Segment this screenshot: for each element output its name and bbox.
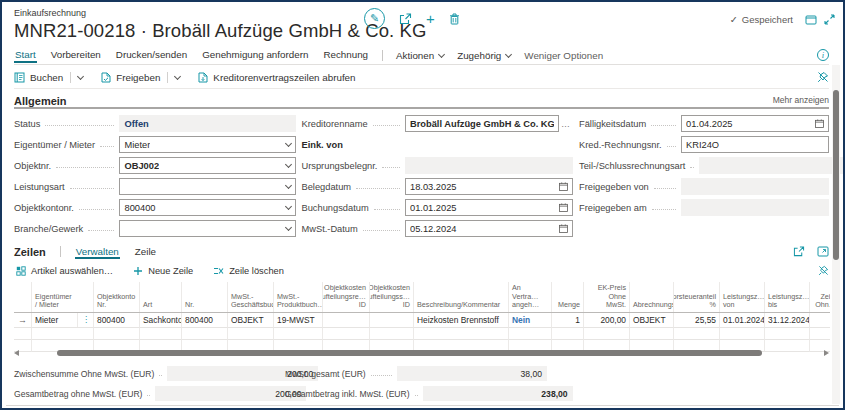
lookup-ellipsis-button[interactable]: … (559, 119, 573, 129)
column-header[interactable]: Leistungsz… bis (765, 282, 810, 312)
trash-icon[interactable] (449, 8, 460, 29)
freigeben-button[interactable]: Freigeben (101, 72, 180, 83)
mehr-anzeigen-link[interactable]: Mehr anzeigen (773, 95, 829, 107)
artikel-auswaehlen-button[interactable]: Artikel auswählen… (16, 266, 113, 276)
column-header[interactable]: MwSt.- Produktbuch… (274, 282, 323, 312)
row-selector-cell[interactable]: → (14, 313, 32, 328)
popout-window-icon[interactable] (805, 14, 817, 25)
tab-rechnung[interactable]: Rechnung (322, 47, 369, 63)
expand-icon[interactable] (817, 246, 829, 257)
cell-nr[interactable]: 800400 (182, 313, 228, 328)
buchungsdatum-input[interactable]: 01.01.2025 (405, 199, 573, 216)
field-label: Belegdatum (301, 182, 351, 192)
info-icon[interactable]: i (817, 49, 829, 61)
kred-rechnungsnr-input[interactable]: KRI24O (681, 136, 829, 153)
neue-zeile-button[interactable]: Neue Zeile (133, 266, 193, 276)
tab-vorbereiten[interactable]: Vorbereiten (50, 47, 102, 63)
tab-genehmigung-anfordern[interactable]: Genehmigung anfordern (201, 47, 309, 63)
vertical-scrollbar-thumb[interactable] (833, 90, 839, 260)
column-header[interactable]: Vorsteueranteil % (674, 282, 720, 312)
cell-objektkonto-nr[interactable]: 800400 (94, 313, 140, 328)
column-header[interactable]: Nr. (182, 282, 228, 312)
tab-start[interactable]: Start (14, 47, 37, 63)
vertical-scrollbar[interactable] (832, 65, 840, 404)
objektkontonr-select[interactable]: 800400 (119, 199, 296, 216)
pin-off-icon[interactable] (817, 71, 829, 83)
cell-an-vertrag-angehaengt[interactable]: Nein (509, 313, 552, 328)
calendar-icon[interactable] (815, 119, 824, 128)
scroll-left-arrow-icon[interactable] (14, 350, 19, 356)
cell-vorsteueranteil[interactable]: 25,55 (674, 313, 720, 328)
cell-mwst-geschaeftsbuchung[interactable]: OBJEKT (228, 313, 274, 328)
belegdatum-input[interactable]: 18.03.2025 (405, 178, 573, 195)
cell-beschreibung[interactable]: Heizkosten Brennstoff (414, 313, 509, 328)
cell-art[interactable]: Sachkonto (140, 313, 182, 328)
cell-leistung-bis[interactable]: 31.12.2024 (765, 313, 810, 328)
dotted-leader (45, 125, 114, 126)
buchen-button[interactable]: Buchen (14, 72, 83, 83)
tab-drucken-senden[interactable]: Drucken/senden (115, 47, 188, 63)
column-header[interactable]: Objektkosten Aufteilungss… ID (370, 282, 414, 312)
calendar-icon[interactable] (559, 203, 568, 212)
row-options-icon[interactable]: ⋮ (77, 313, 90, 327)
kreditorenvertragszeilen-button[interactable]: Kreditorenvertragszeilen abrufen (198, 72, 355, 83)
cell-aufteilungsschema-id[interactable] (370, 313, 414, 328)
column-header[interactable]: Abrechnungs… (630, 282, 674, 312)
field-objektkontonr: Objektkontonr. 800400 (14, 199, 296, 216)
field-belegdatum: Belegdatum 18.03.2025 (301, 178, 573, 195)
chevron-down-icon[interactable] (174, 72, 181, 79)
section-title-zeilen[interactable]: Zeilen (14, 246, 46, 258)
column-header[interactable]: Eigentümer / Mieter (32, 282, 94, 312)
cell-leistung-von[interactable]: 01.01.2024 (720, 313, 765, 328)
menu-zugehoerig[interactable]: Zugehörig (457, 50, 511, 61)
section-title-allgemein[interactable]: Allgemein (14, 95, 67, 107)
eigentuemer-mieter-select[interactable]: Mieter (119, 136, 296, 153)
tab-zeile[interactable]: Zeile (134, 244, 157, 259)
calendar-icon[interactable] (559, 182, 568, 191)
cell-mwst-produktbuchung[interactable]: 19-MWST (274, 313, 323, 328)
mwst-datum-input[interactable]: 05.12.2024 (405, 220, 573, 237)
cell-abrechnung[interactable]: OBJEKT (630, 313, 674, 328)
column-header[interactable]: Menge (552, 282, 584, 312)
cell-menge[interactable]: 1 (552, 313, 584, 328)
table-row-empty (14, 328, 830, 340)
share-icon[interactable] (793, 246, 805, 257)
tab-verwalten[interactable]: Verwalten (75, 244, 120, 259)
column-header[interactable]: Objektkonto Nr. (94, 282, 140, 312)
dotted-leader (371, 375, 392, 376)
column-header[interactable]: EK-Preis Ohne MwSt. (584, 282, 630, 312)
column-header[interactable]: Art (140, 282, 182, 312)
fewer-options-link[interactable]: Weniger Optionen (524, 50, 603, 61)
ursprungsbelegnr-field (405, 157, 573, 174)
cell-aufteilungsregel-id[interactable] (323, 313, 370, 328)
cell-ek-preis[interactable]: 200,00 (584, 313, 630, 328)
kreditorenname-input[interactable]: Brobäll Aufzüge GmbH & Co. KG (405, 115, 559, 132)
edit-button[interactable]: ✎ (364, 8, 385, 29)
field-freigegeben-am: Freigegeben am (579, 199, 829, 216)
column-header[interactable]: Beschreibung/Kommentar (414, 282, 509, 312)
field-label: Freigegeben am (579, 203, 647, 213)
branche-gewerk-select[interactable] (119, 220, 296, 237)
menu-aktionen[interactable]: Aktionen (396, 50, 444, 61)
cell-zeile-ohne[interactable] (810, 313, 830, 328)
scroll-right-arrow-icon[interactable] (824, 350, 829, 356)
column-header[interactable]: Objektkosten Aufteilungsre… ID (323, 282, 370, 312)
horizontal-scrollbar-thumb[interactable] (57, 350, 762, 356)
objektnr-select[interactable]: OBJ002 (119, 157, 296, 174)
chevron-down-icon[interactable] (77, 72, 84, 79)
column-header[interactable]: Zeile Ohn… (810, 282, 830, 312)
column-header[interactable]: An Vertra… angeh… (509, 282, 552, 312)
faelligkeitsdatum-input[interactable]: 01.04.2025 (681, 115, 829, 132)
zeile-loeschen-button[interactable]: Zeile löschen (213, 266, 284, 276)
column-header[interactable]: MwSt.- Geschäftsbuc… (228, 282, 274, 312)
horizontal-scrollbar[interactable] (14, 349, 829, 358)
general-fields: Status Offen Eigentümer / Mieter Mieter … (14, 115, 829, 241)
cell-eigentuemer-mieter[interactable]: Mieter⋮ (32, 313, 94, 328)
share-icon[interactable] (399, 8, 412, 29)
column-header[interactable]: Leistungsz… von (720, 282, 765, 312)
pin-off-icon[interactable] (818, 265, 829, 276)
new-document-icon[interactable]: + (426, 8, 435, 29)
calendar-icon[interactable] (559, 224, 568, 233)
leistungsart-select[interactable] (119, 178, 296, 195)
collapse-expand-icon[interactable] (824, 14, 835, 25)
